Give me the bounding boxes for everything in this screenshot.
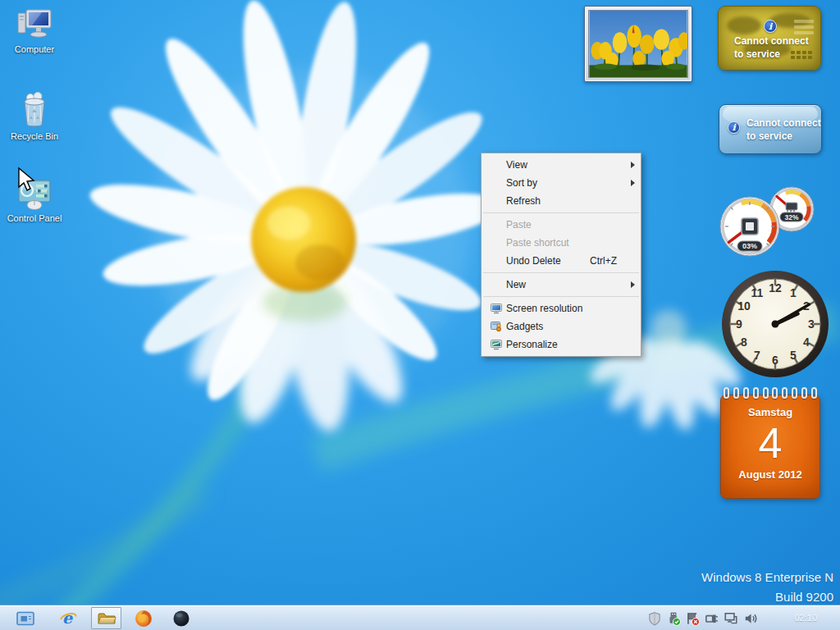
- menu-item-label: Sort by: [506, 177, 627, 189]
- firefox-icon: [134, 609, 153, 628]
- power-plug-icon[interactable]: [704, 611, 719, 626]
- menu-item-shortcut: Ctrl+Z: [590, 255, 617, 267]
- gadget-currency[interactable]: i Cannot connect to service: [718, 6, 821, 71]
- info-icon: i: [728, 121, 740, 134]
- gadget-clock[interactable]: 1 2 3 4 5 6 7 8 9 10 11 12: [720, 269, 830, 379]
- desktop-icon-recycle-bin[interactable]: Recycle Bin: [2, 90, 67, 141]
- menu-item-label: Refresh: [506, 195, 627, 207]
- taskbar: e: [0, 605, 840, 630]
- calendar-month-year: August 2012: [721, 468, 819, 481]
- usb-device-icon[interactable]: [666, 611, 681, 626]
- status-line2: to service: [746, 130, 821, 143]
- calendar-day: 4: [721, 420, 819, 466]
- menu-item-label: Screen resolution: [506, 303, 627, 314]
- windows-edition-watermark: Windows 8 Enterprise N Build 9200: [701, 568, 833, 607]
- taskbar-media-app-button[interactable]: [169, 608, 194, 628]
- clock-numeral: 9: [736, 317, 742, 331]
- icon-slot: [486, 194, 506, 208]
- desktop-wallpaper[interactable]: [0, 0, 840, 630]
- clock-numeral: 4: [803, 336, 810, 349]
- menu-item-personalize[interactable]: Personalize: [482, 336, 641, 354]
- taskbar-file-explorer-button-active[interactable]: [91, 607, 121, 629]
- screen-resolution-icon: [486, 302, 506, 315]
- info-icon: i: [764, 20, 777, 33]
- menu-separator: [483, 296, 639, 297]
- menu-item-label: Paste shortcut: [506, 237, 627, 249]
- calendar-spiral-binding: [724, 387, 817, 399]
- gadget-picture-slideshow[interactable]: [584, 6, 692, 82]
- cpu-percent: 03%: [742, 242, 757, 250]
- svg-text:e: e: [62, 609, 73, 627]
- card-art: [808, 51, 812, 54]
- icon-slot: [486, 158, 506, 171]
- clock-numeral: 7: [754, 349, 760, 362]
- clock-numeral: 1: [790, 286, 797, 299]
- calendar-page: Samstag 4 August 2012: [720, 395, 820, 499]
- clock-numeral: 11: [751, 286, 764, 299]
- menu-item-screen-resolution[interactable]: Screen resolution: [482, 299, 641, 317]
- gadget-weather[interactable]: i Cannot connect to service: [719, 104, 822, 154]
- watermark-line1: Windows 8 Enterprise N: [701, 568, 833, 587]
- menu-item-label: Personalize: [506, 339, 627, 350]
- internet-explorer-icon: e: [58, 609, 78, 628]
- personalize-icon: [486, 338, 506, 351]
- menu-item-label: Gadgets: [506, 321, 627, 332]
- desktop-icon-control-panel[interactable]: Control Panel: [2, 176, 67, 223]
- taskbar-internet-explorer-button[interactable]: e: [56, 608, 80, 628]
- tulips-photo: [588, 10, 688, 78]
- clock-numeral: 6: [772, 354, 778, 367]
- screen: Computer Recycle Bin Control Pan: [0, 0, 840, 630]
- menu-item-label: Paste: [506, 219, 627, 231]
- volume-icon[interactable]: [743, 611, 758, 626]
- analog-clock: 1 2 3 4 5 6 7 8 9 10 11 12: [720, 269, 830, 379]
- menu-item-gadgets[interactable]: Gadgets: [482, 317, 641, 336]
- menu-item-new[interactable]: New: [482, 276, 641, 294]
- card-art: [794, 25, 814, 29]
- desktop-icon-label: Recycle Bin: [2, 131, 67, 141]
- taskbar-start-button[interactable]: [13, 608, 38, 628]
- calendar-weekday: Samstag: [721, 406, 819, 418]
- menu-item-undo-delete[interactable]: Undo Delete Ctrl+Z: [482, 252, 641, 270]
- menu-item-refresh[interactable]: Refresh: [482, 192, 641, 210]
- network-icon[interactable]: [724, 611, 738, 626]
- icon-slot: [486, 218, 506, 231]
- gadgets-icon: [486, 320, 506, 333]
- file-explorer-folder-icon: [97, 610, 116, 627]
- taskbar-firefox-button[interactable]: [131, 608, 156, 628]
- clock-numeral: 8: [741, 336, 747, 349]
- menu-item-view[interactable]: View: [482, 156, 641, 174]
- menu-item-label: New: [506, 279, 627, 290]
- recycle-bin-icon: [16, 90, 53, 130]
- status-line2: to service: [734, 48, 809, 61]
- menu-separator: [483, 272, 639, 273]
- gadget-cpu-meter[interactable]: 32% 03%: [715, 184, 822, 264]
- icon-slot: [486, 254, 506, 267]
- taskbar-clock[interactable]: 02:10: [794, 605, 817, 630]
- status-line1: Cannot connect: [734, 34, 809, 48]
- gadget-calendar[interactable]: Samstag 4 August 2012: [720, 387, 820, 499]
- menu-item-label: View: [506, 159, 627, 171]
- weather-status-message: Cannot connect to service: [746, 116, 821, 143]
- currency-status-message: Cannot connect to service: [734, 34, 809, 61]
- clock-numeral: 12: [769, 281, 782, 294]
- submenu-arrow-icon: [627, 162, 635, 168]
- menu-separator: [483, 212, 639, 213]
- action-center-shield-icon[interactable]: [647, 611, 662, 626]
- windows-window-icon: [16, 610, 35, 627]
- submenu-arrow-icon: [627, 180, 635, 186]
- desktop-icon-computer[interactable]: Computer: [2, 7, 67, 54]
- menu-item-label: Undo Delete: [506, 255, 590, 267]
- control-panel-icon: [16, 176, 53, 212]
- alert-flag-icon[interactable]: [685, 611, 700, 626]
- menu-item-sort-by[interactable]: Sort by: [482, 174, 641, 192]
- menu-item-paste-shortcut[interactable]: Paste shortcut: [482, 234, 641, 252]
- icon-slot: [486, 236, 506, 249]
- card-art: [794, 20, 814, 23]
- desktop-context-menu: View Sort by Refresh Paste Paste shortcu…: [481, 153, 641, 357]
- world-map-art: [727, 16, 761, 34]
- computer-icon: [16, 7, 53, 43]
- card-art: [808, 56, 812, 59]
- clock-numeral: 10: [737, 299, 751, 313]
- clock-numeral: 5: [790, 349, 797, 362]
- menu-item-paste[interactable]: Paste: [482, 216, 641, 234]
